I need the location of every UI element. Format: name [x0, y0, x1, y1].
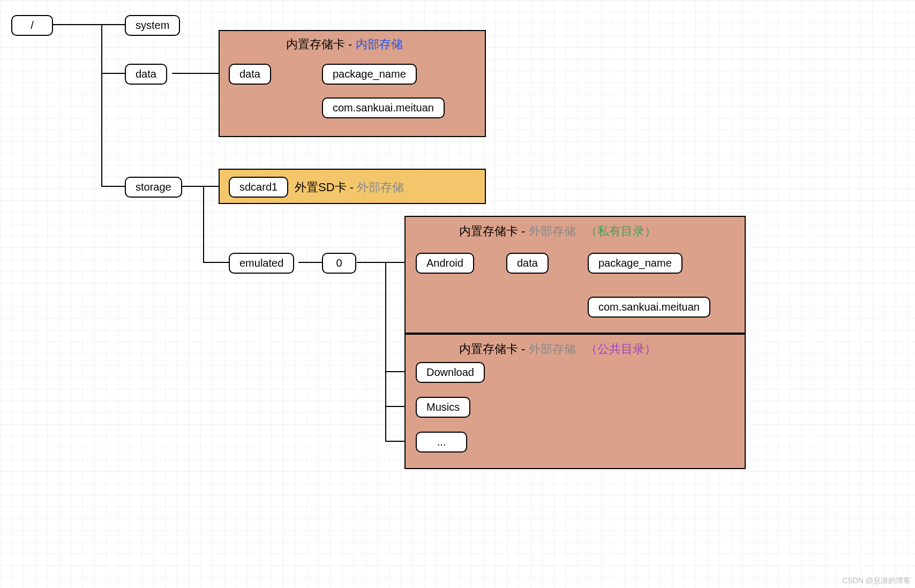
node-musics: Musics — [416, 397, 470, 418]
internal-title-highlight: 内部存储 — [356, 37, 403, 51]
panel-public-title: 内置存储卡 - 外部存储 （公共目录） — [459, 341, 656, 357]
node-internal-data: data — [229, 64, 271, 85]
node-storage: storage — [125, 177, 182, 198]
node-android: Android — [416, 253, 474, 274]
node-private-example-pkg: com.sankuai.meituan — [588, 297, 710, 318]
node-more: ... — [416, 432, 467, 453]
node-private-data: data — [506, 253, 549, 274]
private-title-mid: 外部存储 — [529, 224, 576, 238]
panel-sdcard-title: 外置SD卡 - 外部存储 — [295, 179, 404, 195]
public-title-prefix: 内置存储卡 - — [459, 342, 529, 356]
watermark: CSDN @息涛的博客 — [842, 576, 911, 586]
node-internal-package-name: package_name — [322, 64, 417, 85]
node-root: / — [11, 15, 53, 36]
panel-private-title: 内置存储卡 - 外部存储 （私有目录） — [459, 223, 656, 239]
node-data-l1: data — [125, 64, 167, 85]
sdcard-title-prefix: 外置SD卡 - — [295, 180, 357, 194]
node-system: system — [125, 15, 180, 36]
node-emulated: emulated — [229, 253, 294, 274]
panel-internal-title: 内置存储卡 - 内部存储 — [286, 36, 403, 52]
internal-title-prefix: 内置存储卡 - — [286, 37, 356, 51]
private-title-suffix: （私有目录） — [586, 224, 656, 238]
node-sdcard1: sdcard1 — [229, 177, 288, 198]
sdcard-title-highlight: 外部存储 — [357, 180, 404, 194]
node-zero: 0 — [322, 253, 356, 274]
node-internal-example-pkg: com.sankuai.meituan — [322, 97, 445, 118]
public-title-mid: 外部存储 — [529, 342, 576, 356]
public-title-suffix: （公共目录） — [586, 342, 656, 356]
node-private-package-name: package_name — [588, 253, 682, 274]
node-download: Download — [416, 362, 485, 383]
private-title-prefix: 内置存储卡 - — [459, 224, 529, 238]
